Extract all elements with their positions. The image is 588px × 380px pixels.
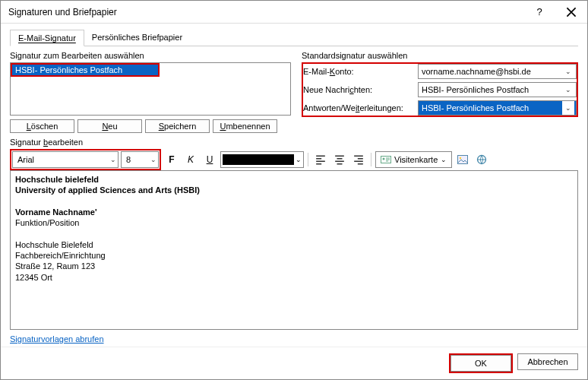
svg-point-1 (383, 158, 385, 160)
window-title: Signaturen und Briefpapier (8, 7, 523, 17)
cancel-button[interactable]: Abbrechen (517, 353, 578, 370)
business-card-label: Visitenkarte (394, 155, 438, 164)
new-button[interactable]: Neu (77, 119, 142, 133)
editor-toolbar: Arial ⌄ 8 ⌄ F K U ⌄ Visitenk (10, 149, 578, 170)
replies-label: Antworten/Weiterleitungen: (303, 103, 413, 112)
tab-bar: E-Mail-Signatur Persönliches Briefpapier (10, 30, 578, 46)
svg-point-3 (460, 157, 461, 159)
chevron-down-icon: ⌄ (562, 65, 574, 78)
dialog-window: Signaturen und Briefpapier ? E-Mail-Sign… (0, 0, 588, 380)
email-account-value: vorname.nachname@hsbi.de (422, 67, 531, 76)
templates-link[interactable]: Signaturvorlagen abrufen (10, 334, 578, 344)
new-messages-label: Neue Nachrichten: (303, 85, 413, 94)
business-card-button[interactable]: Visitenkarte ⌄ (375, 151, 452, 168)
new-messages-value: HSBI- Persönliches Postfach (422, 85, 529, 94)
email-account-select[interactable]: vorname.nachname@hsbi.de ⌄ (418, 64, 577, 79)
font-size-select[interactable]: 8 ⌄ (121, 151, 159, 168)
select-signature-label: Signatur zum Bearbeiten auswählen (10, 51, 291, 60)
save-button[interactable]: Speichern (145, 119, 210, 133)
insert-image-button[interactable] (454, 151, 471, 168)
chevron-down-icon: ⌄ (110, 156, 116, 163)
replies-select[interactable]: HSBI- Persönliches Postfach ⌄ (418, 100, 577, 116)
insert-link-button[interactable] (473, 151, 490, 168)
font-value: Arial (17, 155, 34, 164)
align-center-button[interactable] (331, 151, 348, 168)
rename-button[interactable]: Umbenennen (213, 119, 277, 133)
underline-button[interactable]: U (201, 151, 218, 168)
default-signature-label: Standardsignatur auswählen (302, 51, 578, 60)
email-account-label: E-Mail-Konto: (303, 67, 413, 76)
font-size-value: 8 (126, 155, 131, 164)
new-messages-select[interactable]: HSBI- Persönliches Postfach ⌄ (418, 82, 577, 97)
chevron-down-icon: ⌄ (562, 83, 574, 97)
replies-value: HSBI- Persönliches Postfach (422, 103, 529, 112)
delete-button[interactable]: Löschen (10, 119, 74, 133)
align-left-button[interactable] (312, 151, 329, 168)
font-color-button[interactable]: ⌄ (220, 151, 304, 168)
titlebar: Signaturen und Briefpapier ? (1, 1, 587, 24)
font-select[interactable]: Arial ⌄ (12, 151, 119, 168)
close-button[interactable] (555, 1, 587, 24)
close-icon (566, 7, 577, 17)
signature-list[interactable]: HSBI- Persönliches Postfach (10, 62, 291, 116)
color-swatch (223, 154, 294, 165)
chevron-down-icon: ⌄ (562, 101, 574, 115)
chevron-down-icon: ⌄ (296, 156, 302, 163)
bold-button[interactable]: F (163, 151, 180, 168)
tab-stationery[interactable]: Persönliches Briefpapier (84, 30, 190, 46)
dialog-footer: OK Abbrechen (1, 347, 587, 379)
tab-email-signature[interactable]: E-Mail-Signatur (10, 30, 84, 46)
ok-button[interactable]: OK (450, 355, 511, 372)
chevron-down-icon: ⌄ (150, 156, 156, 163)
align-right-button[interactable] (350, 151, 367, 168)
card-icon (381, 154, 391, 165)
help-button[interactable]: ? (523, 1, 555, 24)
svg-rect-2 (458, 156, 468, 164)
signature-editor[interactable]: Hochschule bielefeld University of appli… (10, 170, 578, 330)
italic-button[interactable]: K (182, 151, 199, 168)
edit-signature-label: Signatur bearbeiten (10, 138, 578, 147)
chevron-down-icon: ⌄ (441, 156, 447, 163)
signature-item[interactable]: HSBI- Persönliches Postfach (12, 65, 158, 75)
